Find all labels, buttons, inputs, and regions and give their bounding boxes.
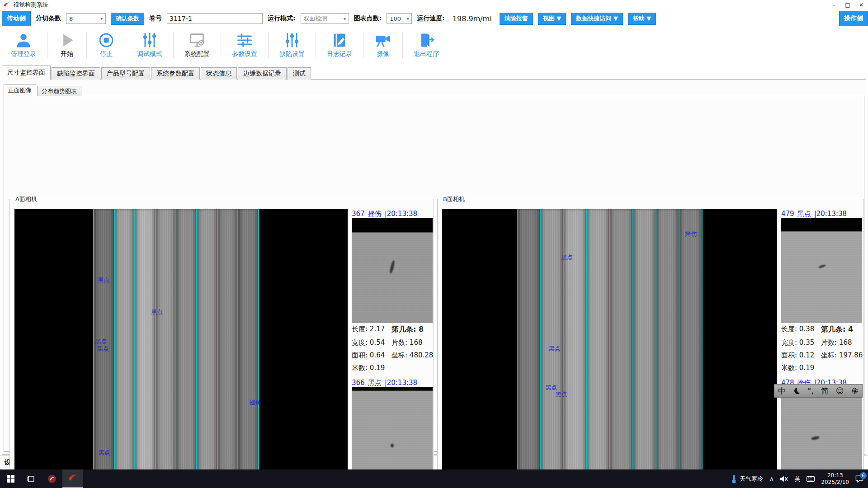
action-center-button[interactable]: 6 (855, 475, 863, 483)
clear-alarm-button[interactable]: 清除报警 (500, 13, 533, 25)
camera-a-title: A面相机 (14, 195, 39, 203)
operation-side-button[interactable]: 操作侧 (839, 11, 868, 26)
active-app-button[interactable] (62, 469, 83, 488)
task-view-button[interactable] (21, 469, 42, 488)
help-menu-button[interactable]: 帮助 ▼ (628, 13, 656, 25)
tab-system-param-config[interactable]: 系统参数配置 (151, 67, 200, 80)
tab-defect-monitor[interactable]: 缺陷监控界面 (52, 67, 100, 80)
chart-points-value: 100 (390, 15, 401, 22)
pinned-app-button[interactable] (42, 469, 62, 488)
defect-header: 366 黑点 |20:13:38 (352, 378, 434, 387)
tab-test[interactable]: 测试 (288, 67, 311, 80)
stop-button[interactable]: 停止 (87, 29, 126, 61)
stat-value: 197.86 (839, 351, 863, 359)
icon-toolbar: 管理登录 开始 停止 调试模式 系统配置 (0, 27, 868, 63)
maximize-button[interactable]: □ (841, 0, 854, 10)
tab-product-model-config[interactable]: 产品型号配置 (101, 67, 150, 80)
ime-settings-gear-icon[interactable] (851, 387, 859, 394)
window-title: 视觉检测系统 (13, 1, 48, 9)
defect-header: 479 黑点 |20:13:38 (781, 209, 864, 218)
defect-type: 黑点 (797, 210, 811, 218)
defect-header: 367 挫伤 |20:13:38 (352, 209, 434, 218)
defect-card[interactable]: 367 挫伤 |20:13:38 长度: 2.17 第几条: 8 宽度: 0.5… (352, 209, 434, 372)
product-strip (196, 209, 217, 488)
product-strip (563, 209, 586, 488)
camera-a-image: 黑点黑点黑点黑点挫伤黑点黑点 (14, 209, 348, 488)
defect-type: 挫伤 (368, 210, 382, 218)
view-menu-button[interactable]: 视图 ▼ (538, 13, 566, 25)
minimize-button[interactable]: – (827, 0, 841, 10)
stat-value: 4 (848, 325, 853, 333)
ime-lang-toggle[interactable]: 中 (778, 386, 786, 396)
clock[interactable]: 20:13 2025/2/10 (821, 472, 849, 486)
parameter-settings-button[interactable]: 参数设置 (221, 29, 268, 61)
defect-stats: 长度: 0.38 第几条: 4 宽度: 0.35 片数: 168 面积: 0.1… (781, 325, 864, 372)
start-button[interactable]: 开始 (47, 29, 86, 61)
weather-widget[interactable]: 天气寒冷 (731, 474, 763, 483)
icon-label: 调试模式 (137, 50, 162, 58)
icon-label: 日志记录 (327, 50, 352, 58)
tab-status-info[interactable]: 状态信息 (201, 67, 237, 80)
subtab-distribution-chart[interactable]: 分布趋势图表 (37, 86, 81, 96)
titlebar: 视觉检测系统 – □ ✕ (0, 0, 868, 10)
defect-time: |20:13:38 (385, 210, 417, 218)
roll-no-label: 卷号 (149, 14, 162, 23)
stat-value: 0.19 (370, 364, 385, 372)
speed-value: 198.9m/mi (450, 14, 495, 23)
ime-fullwidth-moon-icon[interactable] (793, 387, 800, 394)
subtab-front-image[interactable]: 正面图像 (4, 84, 36, 96)
ime-punctuation-toggle[interactable]: °, (807, 386, 814, 395)
stat-value: 168 (839, 338, 852, 347)
camera-a-defect-list: 367 挫伤 |20:13:38 长度: 2.17 第几条: 8 宽度: 0.5… (352, 209, 434, 488)
defect-thumbnail (781, 218, 862, 323)
roll-no-input[interactable] (167, 13, 263, 24)
user-icon (15, 32, 32, 49)
data-quick-access-button[interactable]: 数据快捷访问 ▼ (571, 13, 623, 25)
transmission-side-button[interactable]: 传动侧 (2, 11, 31, 26)
subtab-page: A面相机 黑点黑点黑点黑点挫伤黑点黑点 367 挫伤 |20:13:38 长度:… (4, 96, 864, 452)
stat-value: 480.28 (410, 351, 434, 359)
product-strip (656, 209, 679, 488)
tray-expand-chevron-icon[interactable]: ∧ (769, 475, 774, 482)
tab-edge-data-record[interactable]: 边缘数据记录 (238, 67, 287, 80)
play-icon (58, 32, 75, 49)
window-controls: – □ ✕ (827, 0, 868, 10)
defect-label: 黑点 (97, 345, 109, 353)
chart-points-combo[interactable]: 100 ▾ (387, 13, 412, 24)
defect-time: |20:13:38 (814, 210, 847, 218)
close-button[interactable]: ✕ (854, 0, 868, 10)
camera-b-image: 挫伤黑点黑点黑点黑点 (442, 209, 777, 488)
chart-points-label: 图表点数: (354, 14, 382, 23)
defect-settings-button[interactable]: 缺陷设置 (269, 29, 316, 61)
confirm-count-button[interactable]: 确认条数 (111, 13, 144, 25)
stat-label: 坐标: (392, 351, 407, 359)
tab-size-monitor[interactable]: 尺寸监控界面 (2, 66, 51, 80)
ime-emoji-button[interactable]: ☺ (836, 386, 844, 395)
admin-login-button[interactable]: 管理登录 (0, 29, 47, 61)
stat-value: 2.17 (370, 325, 385, 333)
task-view-icon (27, 475, 35, 483)
product-strip (134, 209, 155, 488)
speaker-muted-icon[interactable] (780, 475, 788, 483)
ime-language-indicator[interactable]: 英 (794, 475, 800, 483)
ime-charset-toggle[interactable]: 简 (821, 386, 829, 396)
stat-label: 长度: (352, 325, 368, 333)
defect-card[interactable]: 479 黑点 |20:13:38 长度: 0.38 第几条: 4 宽度: 0.3… (781, 209, 864, 372)
exit-program-button[interactable]: 退出程序 (403, 29, 450, 61)
defect-id: 367 (352, 210, 365, 218)
stat-label: 米数: (352, 364, 368, 372)
touch-keyboard-icon[interactable] (807, 476, 815, 482)
capture-button[interactable]: 摄像 (363, 29, 402, 61)
start-button[interactable] (0, 469, 21, 488)
slit-count-combo[interactable]: 8 ▾ (66, 13, 106, 24)
ime-language-bar: 中 °, 简 ☺ (774, 384, 863, 398)
product-strip (517, 209, 540, 488)
thermometer-cold-icon (731, 474, 737, 483)
stat-value: 0.12 (799, 351, 814, 359)
product-strip (679, 209, 703, 488)
defect-label: 黑点 (98, 276, 109, 284)
log-record-button[interactable]: 日志记录 (316, 29, 363, 61)
system-config-button[interactable]: 系统配置 (174, 29, 221, 61)
debug-mode-button[interactable]: 调试模式 (126, 29, 173, 61)
run-mode-combo[interactable]: 双面检测 ▾ (301, 13, 349, 24)
